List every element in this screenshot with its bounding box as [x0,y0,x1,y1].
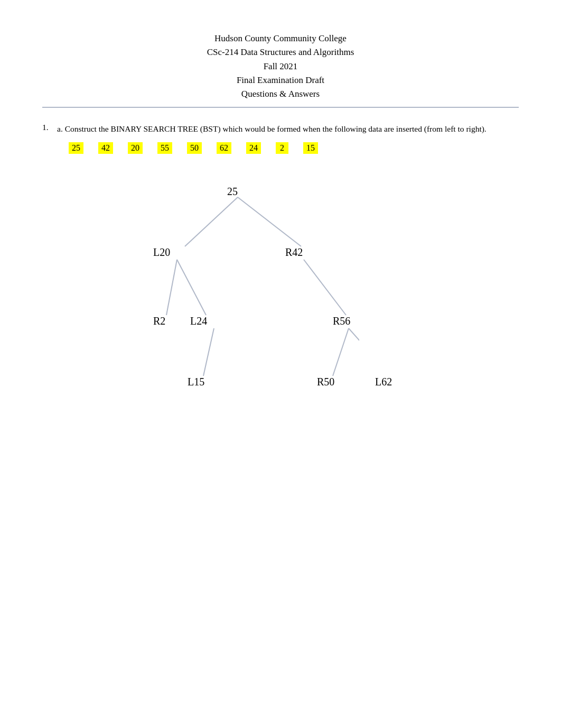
data-value-cell: 24 [246,142,261,154]
tree-node-r42: R42 [285,246,303,259]
tree-node-25: 25 [227,186,238,198]
tree-node-l20: L20 [153,246,170,259]
question-text: a. Construct the BINARY SEARCH TREE (BST… [57,123,487,135]
page: Hudson County Community College CSc-214 … [0,0,561,728]
header-line5: Questions & Answers [42,87,519,101]
bst-tree-container: 25L20R42R2L24R56L15R50L62 [63,170,359,408]
header-divider [42,107,519,108]
data-value-cell: 15 [303,142,318,154]
tree-node-l62: L62 [375,376,392,388]
header-line3: Fall 2021 [42,60,519,73]
data-values-row: 25422055506224215 [69,142,519,154]
question-number: 1. [42,123,57,132]
tree-node-r50: R50 [317,376,334,388]
data-value-cell: 55 [157,142,172,154]
data-value-cell: 62 [217,142,231,154]
svg-line-4 [304,260,346,315]
svg-line-5 [203,328,214,376]
tree-lines-svg [63,170,359,408]
svg-line-1 [238,197,301,246]
header-line4: Final Examination Draft [42,73,519,87]
data-value-cell: 20 [128,142,143,154]
header-line2: CSc-214 Data Structures and Algorithms [42,45,519,59]
tree-node-r56: R56 [333,315,350,327]
tree-node-l24: L24 [190,315,207,327]
data-value-cell: 2 [276,142,288,154]
svg-line-2 [166,260,177,315]
tree-node-l15: L15 [188,376,204,388]
document-header: Hudson County Community College CSc-214 … [42,32,519,102]
question-section: 1. a. Construct the BINARY SEARCH TREE (… [42,123,519,408]
tree-node-r2: R2 [153,315,165,327]
data-value-cell: 50 [187,142,202,154]
question-1-label: 1. a. Construct the BINARY SEARCH TREE (… [42,123,519,135]
data-value-cell: 42 [98,142,113,154]
svg-line-6 [333,328,349,376]
svg-line-0 [185,197,238,246]
svg-line-7 [349,328,359,376]
svg-line-3 [177,260,206,315]
data-value-cell: 25 [69,142,83,154]
header-line1: Hudson County Community College [42,32,519,45]
